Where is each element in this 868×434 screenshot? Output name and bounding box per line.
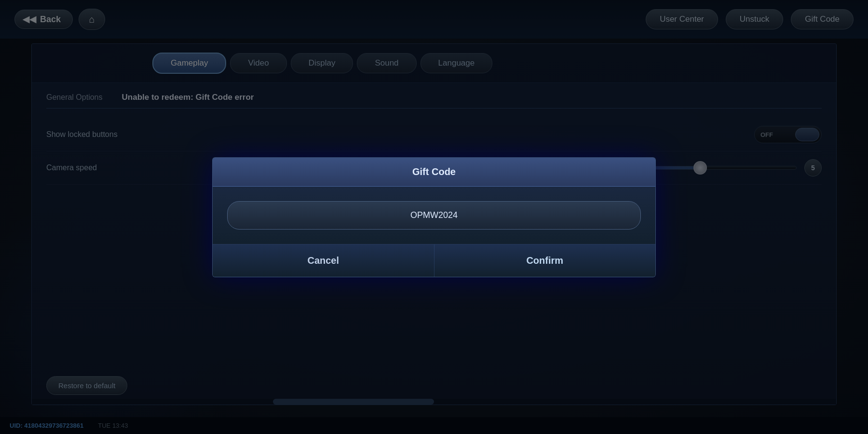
gift-code-input[interactable] [227,201,641,230]
modal-body [213,187,655,244]
confirm-button[interactable]: Confirm [434,244,656,277]
modal-overlay: Gift Code Cancel Confirm [0,0,868,434]
cancel-label: Cancel [307,255,339,266]
gift-code-modal: Gift Code Cancel Confirm [212,157,656,277]
cancel-button[interactable]: Cancel [213,244,434,277]
modal-title: Gift Code [412,166,456,177]
modal-header: Gift Code [213,158,655,187]
modal-footer: Cancel Confirm [213,244,655,277]
confirm-label: Confirm [526,255,563,266]
